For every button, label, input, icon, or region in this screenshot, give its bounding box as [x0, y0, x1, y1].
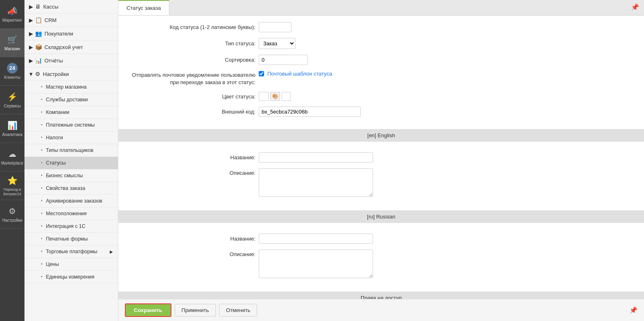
expand-arrow-buyers: ▶	[29, 31, 33, 36]
crm-icon: 📋	[35, 17, 42, 23]
shop-icon: 🛒	[7, 34, 18, 45]
clients-icon: 24	[7, 63, 18, 74]
cancel-button[interactable]: Отменить	[219, 304, 257, 317]
ru-name-field	[259, 234, 634, 244]
menu-item-trade-platforms[interactable]: Торговые платформы ▶	[24, 245, 118, 258]
pin-icon-bottom[interactable]: 📌	[629, 306, 637, 314]
sidebar-item-services[interactable]: ⚡ Сервисы	[0, 86, 24, 114]
menu-item-crm[interactable]: ▶ 📋 CRM	[24, 13, 118, 27]
ru-desc-label: Описание:	[128, 250, 259, 257]
menu-item-archiving[interactable]: Архивирование заказов	[24, 195, 118, 207]
marketplace-icon: ☁	[7, 149, 18, 159]
en-desc-row: Описание:	[128, 168, 634, 198]
color-field: 🎨	[259, 92, 634, 101]
color-row: Цвет статуса: 🎨	[128, 92, 634, 101]
tab-header: Статус заказа 📌	[118, 0, 644, 16]
menu-item-settings[interactable]: ▼ ⚙ Настройки	[24, 67, 118, 81]
sidebar-item-clients[interactable]: 24 Клиенты	[0, 57, 24, 86]
color-box[interactable]	[259, 92, 269, 101]
menu-item-warehouse[interactable]: ▶ 📦 Складской учет	[24, 40, 118, 54]
menu-item-taxes[interactable]: Налоги	[24, 132, 118, 144]
sort-label: Сортировка:	[128, 57, 259, 63]
sidebar-item-shop[interactable]: 🛒 Магазин	[0, 29, 24, 57]
sort-field	[259, 55, 634, 65]
sort-input[interactable]	[259, 55, 308, 65]
ru-desc-row: Описание:	[128, 250, 634, 279]
en-name-input[interactable]	[259, 152, 373, 163]
buyers-icon: 👥	[35, 30, 42, 37]
color-picker-button[interactable]: 🎨	[270, 92, 280, 101]
ru-name-label: Название:	[128, 236, 259, 242]
color-square	[282, 92, 291, 101]
en-desc-label: Описание:	[128, 168, 259, 176]
expand-arrow-crm: ▶	[29, 18, 33, 22]
ru-desc-textarea[interactable]	[259, 250, 373, 278]
sidebar-item-analytics[interactable]: 📊 Аналитика	[0, 114, 24, 143]
sidebar-item-settings[interactable]: ⚙ Настройки	[0, 200, 24, 229]
en-name-row: Название:	[128, 152, 634, 163]
email-notify-checkbox[interactable]	[259, 71, 264, 76]
status-type-row: Тип статуса: ЗаказОплатаДоставка	[128, 38, 634, 49]
settings-menu-icon: ⚙	[35, 71, 40, 77]
ru-desc-field	[259, 250, 634, 279]
menu-item-order-props[interactable]: Свойства заказа	[24, 182, 118, 195]
email-template-link[interactable]: Почтовый шаблон статуса	[267, 71, 332, 77]
save-button[interactable]: Сохранить	[125, 303, 171, 317]
bitrix24-icon: ⭐	[7, 175, 18, 186]
tab-order-status[interactable]: Статус заказа	[118, 0, 169, 15]
pin-icon-top[interactable]: 📌	[626, 0, 644, 15]
sidebar-item-marketplace[interactable]: ☁ Marketplace	[0, 143, 24, 172]
apply-button[interactable]: Применить	[175, 304, 216, 317]
bottom-bar: Сохранить Применить Отменить 📌	[118, 299, 644, 321]
menu-item-print-forms[interactable]: Печатные формы	[24, 233, 118, 245]
en-desc-textarea[interactable]	[259, 168, 373, 197]
sort-row: Сортировка:	[128, 55, 634, 65]
sidebar-item-marketing[interactable]: 📣 Маркетинг	[0, 0, 24, 29]
menu-item-locations[interactable]: Местоположения	[24, 207, 118, 220]
email-notify-field: Почтовый шаблон статуса	[259, 71, 634, 77]
menu-item-statuses[interactable]: Статусы	[24, 157, 118, 169]
menu-item-delivery[interactable]: Службы доставки	[24, 94, 118, 106]
menu-item-1c[interactable]: Интеграция с 1С	[24, 220, 118, 233]
expand-arrow-settings: ▼	[29, 71, 33, 76]
external-code-row: Внешний код:	[128, 107, 634, 117]
menu-item-kassы[interactable]: ▶ 🖥 Кассы	[24, 0, 118, 13]
status-code-label: Код статуса (1-2 латинские буквы):	[128, 24, 259, 30]
menu-item-payer-types[interactable]: Типы плательщиков	[24, 144, 118, 157]
external-code-field	[259, 107, 634, 117]
menu-item-prices[interactable]: Цены	[24, 258, 118, 271]
ru-section-header: [ru] Russian	[118, 210, 644, 223]
status-type-select[interactable]: ЗаказОплатаДоставка	[259, 38, 295, 49]
status-code-row: Код статуса (1-2 латинские буквы):	[128, 22, 634, 32]
menu-item-buyers[interactable]: ▶ 👥 Покупатели	[24, 27, 118, 40]
status-code-input[interactable]	[259, 22, 291, 32]
menu-item-master[interactable]: Мастер магазина	[24, 81, 118, 94]
access-section-header: Права на доступ	[118, 292, 644, 299]
menu-item-units[interactable]: Единицы измерения	[24, 271, 118, 283]
menu-item-biz-meanings[interactable]: Бизнес смыслы	[24, 169, 118, 182]
external-code-label: Внешний код:	[128, 109, 259, 115]
ru-name-input[interactable]	[259, 234, 373, 244]
menu-item-reports[interactable]: ▶ 📊 Отчёты	[24, 54, 118, 67]
reports-icon: 📊	[35, 57, 42, 64]
expand-arrow-warehouse: ▶	[29, 45, 33, 49]
menu-item-companies[interactable]: Компании	[24, 106, 118, 119]
email-notify-row: Отправлять почтовое уведомление пользова…	[128, 71, 634, 86]
menu-item-payment[interactable]: Платежные системы	[24, 119, 118, 132]
en-section-header: [en] English	[118, 129, 644, 142]
main-content: Статус заказа 📌 Код статуса (1-2 латинск…	[118, 0, 644, 321]
menu-sidebar: ▶ 🖥 Кассы ▶ 📋 CRM ▶ 👥 Покупатели ▶ 📦 Скл…	[24, 0, 118, 321]
en-desc-field	[259, 168, 634, 198]
external-code-input[interactable]	[259, 107, 361, 117]
color-label: Цвет статуса:	[128, 94, 259, 100]
en-name-label: Название:	[128, 154, 259, 160]
warehouse-icon: 📦	[35, 44, 42, 50]
icon-sidebar: 📣 Маркетинг 🛒 Магазин 24 Клиенты ⚡ Серви…	[0, 0, 24, 321]
sidebar-item-bitrix24[interactable]: ⭐ Переход в Битрикс24	[0, 172, 24, 200]
analytics-icon: 📊	[7, 120, 18, 131]
en-name-field	[259, 152, 634, 163]
email-notify-label: Отправлять почтовое уведомление пользова…	[128, 71, 259, 86]
trade-platforms-arrow: ▶	[110, 250, 113, 254]
settings-icon: ⚙	[7, 206, 18, 216]
expand-arrow-kassы: ▶	[29, 4, 33, 9]
